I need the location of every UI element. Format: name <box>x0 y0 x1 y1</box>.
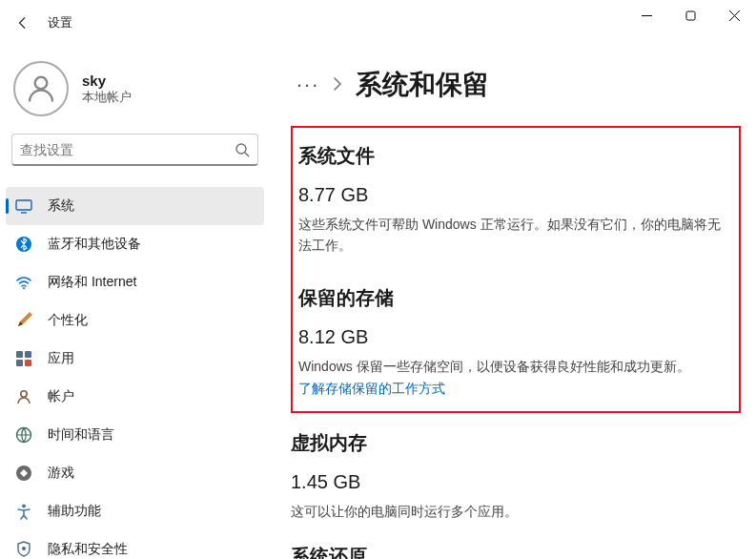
wifi-icon <box>15 274 32 291</box>
virtual-desc: 这可以让你的电脑同时运行多个应用。 <box>291 501 741 522</box>
nav-label: 个性化 <box>48 312 88 329</box>
section-sysfiles-heading: 系统文件 <box>298 143 731 169</box>
sidebar-item-accessibility[interactable]: 辅助功能 <box>6 492 264 530</box>
accounts-icon <box>15 388 32 405</box>
sysfiles-value: 8.77 GB <box>298 184 731 206</box>
reserved-link[interactable]: 了解存储保留的工作方式 <box>298 381 445 398</box>
page-title: 系统和保留 <box>356 67 489 103</box>
minimize-button[interactable] <box>624 0 668 31</box>
svg-point-1 <box>35 77 48 90</box>
shield-icon <box>15 541 32 558</box>
svg-rect-0 <box>686 11 695 20</box>
gaming-icon <box>15 465 32 482</box>
sidebar-item-network[interactable]: 网络和 Internet <box>6 263 264 301</box>
bluetooth-icon <box>15 236 32 253</box>
nav-label: 网络和 Internet <box>48 274 136 291</box>
svg-rect-9 <box>25 360 31 366</box>
search-icon <box>235 142 250 157</box>
sidebar-item-apps[interactable]: 应用 <box>6 340 264 378</box>
globe-icon <box>15 426 32 444</box>
svg-point-2 <box>236 144 246 154</box>
sidebar-item-system[interactable]: 系统 <box>6 187 264 225</box>
close-icon <box>729 10 740 21</box>
maximize-button[interactable] <box>668 0 712 31</box>
sidebar-item-time[interactable]: 时间和语言 <box>6 416 264 454</box>
breadcrumb-more[interactable]: ··· <box>296 74 319 95</box>
svg-rect-3 <box>16 200 31 210</box>
section-virtual-heading: 虚拟内存 <box>291 430 741 456</box>
svg-rect-6 <box>16 351 23 358</box>
minimize-icon <box>642 10 652 21</box>
user-name: sky <box>82 72 132 89</box>
highlight-box: 系统文件 8.77 GB 这些系统文件可帮助 Windows 正常运行。如果没有… <box>291 126 741 413</box>
user-type: 本地帐户 <box>82 89 132 106</box>
sysfiles-desc: 这些系统文件可帮助 Windows 正常运行。如果没有它们，你的电脑将无法工作。 <box>298 214 731 257</box>
search-input[interactable] <box>11 134 258 166</box>
sidebar-item-gaming[interactable]: 游戏 <box>6 454 264 492</box>
svg-point-14 <box>22 547 26 550</box>
nav-label: 系统 <box>48 197 74 215</box>
sidebar-item-privacy[interactable]: 隐私和安全性 <box>6 530 264 559</box>
search-field[interactable] <box>20 142 235 157</box>
sidebar-item-personalize[interactable]: 个性化 <box>6 301 264 340</box>
virtual-value: 1.45 GB <box>291 471 741 493</box>
section-reserved-heading: 保留的存储 <box>298 285 731 311</box>
nav-label: 隐私和安全性 <box>48 541 128 558</box>
nav-label: 应用 <box>48 350 74 367</box>
reserved-desc: Windows 保留一些存储空间，以便设备获得良好性能和成功更新。 <box>298 356 731 377</box>
nav: 系统 蓝牙和其他设备 网络和 Internet 个性化 应用 帐户 <box>6 187 264 559</box>
sidebar-item-accounts[interactable]: 帐户 <box>6 378 264 416</box>
arrow-left-icon <box>16 16 30 30</box>
maximize-icon <box>685 10 696 21</box>
window-title: 设置 <box>48 14 72 31</box>
nav-label: 蓝牙和其他设备 <box>48 236 141 253</box>
close-button[interactable] <box>712 0 756 31</box>
nav-label: 游戏 <box>48 465 74 482</box>
brush-icon <box>15 312 32 329</box>
svg-rect-7 <box>25 351 31 358</box>
apps-icon <box>15 350 32 367</box>
avatar <box>13 61 69 116</box>
svg-rect-8 <box>16 360 23 366</box>
accessibility-icon <box>15 503 32 520</box>
nav-label: 帐户 <box>48 388 74 405</box>
window-controls <box>624 0 756 31</box>
content: ··· 系统和保留 系统文件 8.77 GB 这些系统文件可帮助 Windows… <box>272 46 756 559</box>
sidebar-item-bluetooth[interactable]: 蓝牙和其他设备 <box>6 225 264 263</box>
svg-point-13 <box>22 505 26 508</box>
system-icon <box>15 197 32 215</box>
nav-label: 时间和语言 <box>48 426 114 444</box>
person-icon <box>24 72 58 106</box>
reserved-value: 8.12 GB <box>298 326 731 348</box>
user-block[interactable]: sky 本地帐户 <box>6 52 264 134</box>
nav-label: 辅助功能 <box>48 503 101 520</box>
chevron-right-icon <box>333 77 342 93</box>
sidebar: sky 本地帐户 系统 蓝牙和其他设备 网络和 Internet <box>0 46 272 559</box>
svg-point-5 <box>23 287 25 289</box>
breadcrumb: ··· 系统和保留 <box>296 67 741 103</box>
titlebar: 设置 <box>0 0 756 46</box>
svg-point-10 <box>21 391 27 397</box>
back-button[interactable] <box>8 8 38 38</box>
section-restore-heading: 系统还原 <box>291 544 741 559</box>
